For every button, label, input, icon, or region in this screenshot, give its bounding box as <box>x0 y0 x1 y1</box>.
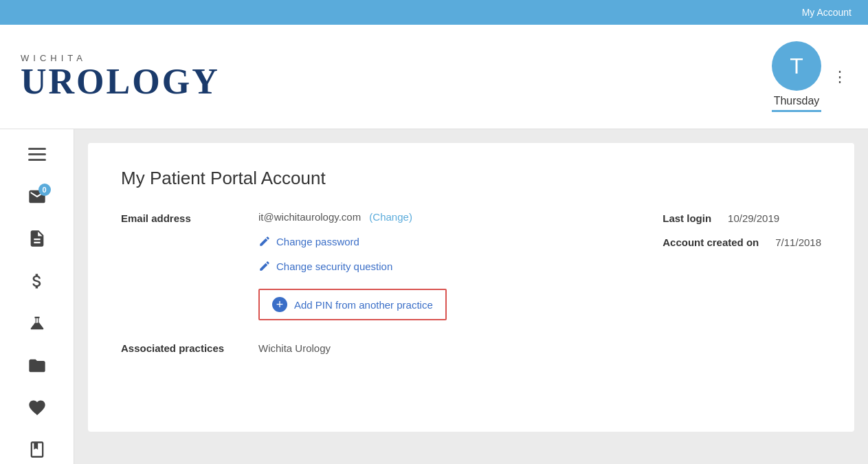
change-password-link[interactable]: Change password <box>258 235 635 247</box>
sidebar-item-folders[interactable] <box>21 351 54 379</box>
hamburger-icon <box>28 148 46 161</box>
billing-icon <box>27 272 47 291</box>
change-security-link[interactable]: Change security question <box>258 260 635 272</box>
sidebar-item-lab[interactable] <box>21 309 54 338</box>
records-icon <box>27 440 47 459</box>
last-login-label: Last login <box>663 211 711 224</box>
user-name: Thursday <box>774 95 820 107</box>
messages-badge: 0 <box>38 184 51 196</box>
lab-icon <box>27 313 47 333</box>
header-right: T Thursday ⋮ <box>772 41 847 112</box>
heart-icon <box>27 398 47 417</box>
sidebar-item-documents[interactable] <box>21 225 54 253</box>
associated-practices-section: Associated practices Wichita Urology <box>121 342 821 354</box>
top-bar: My Account <box>0 0 868 25</box>
email-label: Email address <box>121 211 258 224</box>
email-text: it@wichitaurology.com <box>258 211 361 223</box>
logo-urology: UROLOGY <box>21 64 220 100</box>
last-login-value: 10/29/2019 <box>728 211 779 224</box>
email-value: it@wichitaurology.com (Change) <box>258 211 635 223</box>
folder-icon <box>27 356 47 375</box>
associated-value: Wichita Urology <box>258 342 331 354</box>
sidebar-item-billing[interactable] <box>21 267 54 295</box>
page-title: My Patient Portal Account <box>121 168 821 189</box>
add-pin-text: Add PIN from another practice <box>294 299 433 311</box>
account-created-value: 7/11/2018 <box>775 235 821 248</box>
more-options-icon[interactable]: ⋮ <box>832 68 847 86</box>
change-security-text: Change security question <box>276 261 392 272</box>
sidebar: 0 <box>0 129 74 464</box>
plus-circle-icon: + <box>272 297 287 312</box>
sidebar-item-favorites[interactable] <box>21 393 54 421</box>
user-info: T Thursday <box>772 41 821 112</box>
sidebar-item-messages[interactable]: 0 <box>21 182 54 210</box>
change-email-link[interactable]: (Change) <box>369 211 412 223</box>
header: WICHITA UROLOGY T Thursday ⋮ <box>0 25 868 129</box>
edit-security-icon <box>258 260 271 272</box>
my-account-link[interactable]: My Account <box>802 7 852 18</box>
edit-icon <box>258 235 271 247</box>
sidebar-item-menu[interactable] <box>21 140 54 168</box>
document-icon <box>27 229 47 248</box>
content-area: My Patient Portal Account Email address … <box>74 129 868 464</box>
sidebar-item-records[interactable] <box>21 436 54 464</box>
add-pin-button[interactable]: + Add PIN from another practice <box>258 289 447 320</box>
account-created-label: Account created on <box>663 235 759 248</box>
content-card: My Patient Portal Account Email address … <box>88 143 854 432</box>
logo: WICHITA UROLOGY <box>21 54 220 100</box>
change-password-text: Change password <box>276 236 359 247</box>
avatar[interactable]: T <box>772 41 821 91</box>
main-layout: 0 My Patient Portal Account <box>0 129 868 464</box>
associated-label: Associated practices <box>121 342 258 354</box>
active-underline <box>772 110 821 112</box>
